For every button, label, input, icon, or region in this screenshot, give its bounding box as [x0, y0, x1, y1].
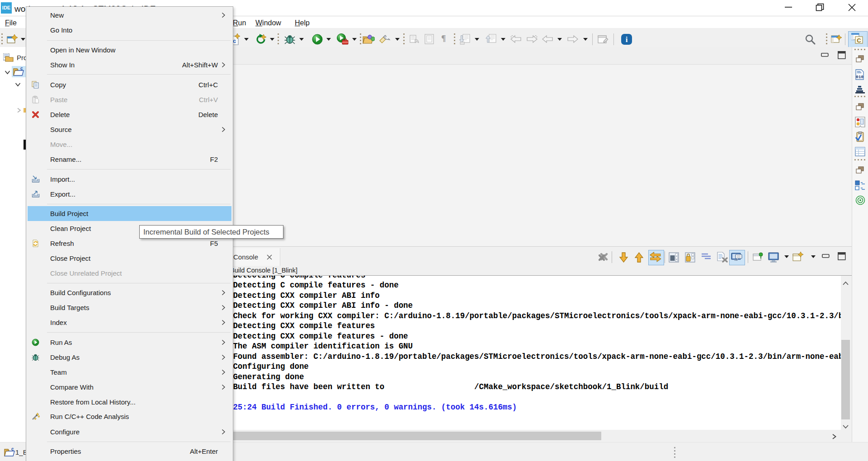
svg-text:c: c: [20, 66, 23, 71]
svg-text:010: 010: [856, 75, 863, 80]
svg-text:C: C: [857, 37, 861, 44]
svg-text:i: i: [626, 35, 628, 44]
svg-text:c: c: [233, 38, 236, 44]
svg-text:c: c: [11, 447, 14, 452]
